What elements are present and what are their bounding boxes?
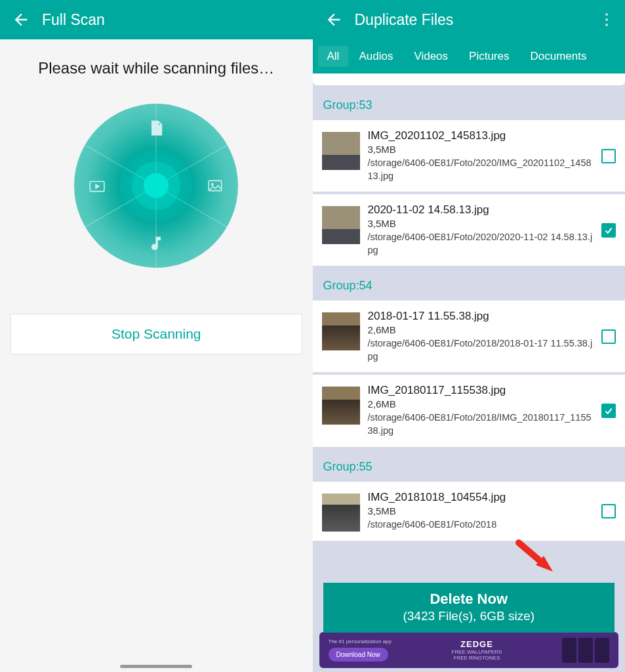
- file-size: 3,5MB: [368, 218, 594, 229]
- scan-status-text: Please wait while scanning files…: [38, 59, 274, 77]
- back-button[interactable]: [10, 9, 31, 30]
- file-size: 2,6MB: [368, 324, 594, 335]
- ad-line: FREE WALLPAPERS: [401, 649, 553, 655]
- arrow-back-icon: [325, 10, 343, 29]
- file-checkbox[interactable]: [601, 149, 616, 163]
- video-icon: [89, 177, 106, 194]
- file-name: IMG_20180117_115538.jpg: [368, 384, 594, 397]
- music-icon: [148, 235, 165, 252]
- file-path: /storage/6406-0E81/Foto/2018: [368, 518, 594, 532]
- file-checkbox[interactable]: [601, 404, 616, 418]
- filter-tabs: All Audios Videos Pictures Documents: [313, 39, 626, 74]
- ad-line: FREE RINGTONES: [401, 655, 553, 661]
- file-row[interactable]: IMG_20181018_104554.jpg 3,5MB /storage/6…: [313, 482, 626, 541]
- topbar-left: Full Scan: [0, 0, 313, 39]
- ad-brand: ZEDGE: [401, 639, 553, 649]
- file-path: /storage/6406-0E81/Foto/2018/2018-01-17 …: [368, 337, 594, 363]
- picture-icon: [207, 177, 224, 194]
- file-checkbox[interactable]: [601, 504, 616, 518]
- ad-tagline: The #1 personalization app: [329, 639, 392, 644]
- file-row[interactable]: IMG_20201102_145813.jpg 3,5MB /storage/6…: [313, 120, 626, 192]
- delete-title: Delete Now: [323, 591, 615, 608]
- file-path: /storage/6406-0E81/Foto/2018/IMG_2018011…: [368, 411, 594, 437]
- ad-download-button[interactable]: Download Now: [329, 648, 388, 662]
- scan-content: Please wait while scanning files… Stop S…: [0, 39, 313, 672]
- file-name: IMG_20201102_145813.jpg: [368, 129, 594, 142]
- file-row[interactable]: 2020-11-02 14.58.13.jpg 3,5MB /storage/6…: [313, 194, 626, 266]
- tab-videos[interactable]: Videos: [403, 45, 458, 68]
- stop-scanning-button[interactable]: Stop Scanning: [10, 314, 302, 354]
- document-icon: [148, 119, 165, 136]
- file-name: 2020-11-02 14.58.13.jpg: [368, 203, 594, 217]
- file-name: IMG_20181018_104554.jpg: [368, 491, 594, 504]
- file-row[interactable]: IMG_20180117_115538.jpg 2,6MB /storage/6…: [313, 375, 626, 446]
- back-button[interactable]: [323, 9, 344, 30]
- group-header: Group:55: [313, 447, 626, 482]
- file-size: 3,5MB: [368, 505, 594, 516]
- file-name: 2018-01-17 11.55.38.jpg: [368, 310, 594, 323]
- page-title: Full Scan: [42, 11, 302, 29]
- tab-all[interactable]: All: [318, 46, 349, 67]
- svg-marker-1: [96, 184, 99, 189]
- file-path: /storage/6406-0E81/Foto/2020/2020-11-02 …: [368, 231, 594, 257]
- group-header: Group:54: [313, 266, 626, 301]
- file-path: /storage/6406-0E81/Foto/2020/IMG_2020110…: [368, 157, 594, 182]
- file-thumbnail: [322, 312, 360, 350]
- tab-documents[interactable]: Documents: [520, 45, 597, 68]
- delete-now-button[interactable]: Delete Now (3423 File(s), 6GB size): [323, 583, 615, 633]
- full-scan-screen: Full Scan Please wait while scanning fil…: [0, 0, 313, 672]
- file-size: 2,6MB: [368, 398, 594, 410]
- ad-banner[interactable]: The #1 personalization app Download Now …: [319, 632, 619, 668]
- nav-pill: [120, 665, 192, 668]
- topbar-right: Duplicate Files: [313, 0, 626, 39]
- file-thumbnail: [322, 387, 360, 425]
- svg-point-3: [211, 183, 213, 185]
- ad-phones-graphic: [562, 638, 609, 663]
- file-size: 3,5MB: [368, 144, 594, 155]
- arrow-back-icon: [12, 10, 30, 29]
- tab-audios[interactable]: Audios: [348, 45, 403, 68]
- tab-pictures[interactable]: Pictures: [458, 45, 519, 68]
- scan-radar: [74, 104, 238, 268]
- delete-subtitle: (3423 File(s), 6GB size): [323, 609, 615, 623]
- overflow-menu-button[interactable]: [599, 12, 615, 28]
- file-checkbox[interactable]: [601, 223, 616, 238]
- duplicate-files-screen: Duplicate Files All Audios Videos Pictur…: [313, 0, 626, 672]
- file-row[interactable]: 2018-01-17 11.55.38.jpg 2,6MB /storage/6…: [313, 301, 626, 372]
- file-thumbnail: [322, 494, 360, 532]
- file-thumbnail: [322, 132, 360, 170]
- group-header: Group:53: [313, 85, 626, 120]
- page-title: Duplicate Files: [355, 11, 599, 29]
- file-checkbox[interactable]: [601, 329, 616, 344]
- file-thumbnail: [322, 206, 360, 244]
